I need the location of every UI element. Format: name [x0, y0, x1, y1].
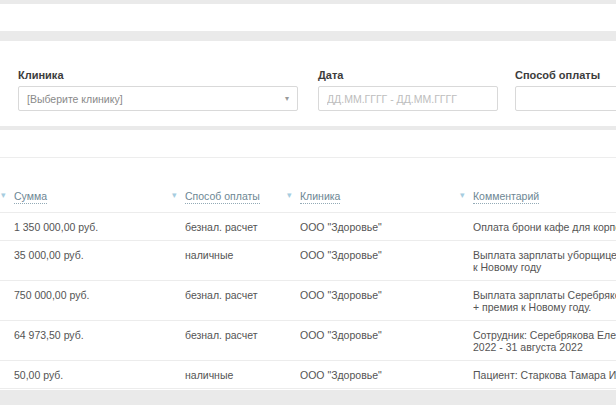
- payment-cell: безнал. расчет: [185, 321, 300, 360]
- clinic-cell-text: ООО "Здоровье": [300, 249, 473, 261]
- clinic-cell: ООО "Здоровье": [300, 241, 473, 280]
- sort-chevron-icon: ▾: [172, 190, 177, 200]
- payment-cell-text: безнал. расчет: [185, 289, 300, 301]
- table-body: 1 350 000,00 руб.безнал. расчетООО "Здор…: [0, 213, 616, 389]
- comment-cell-text: Выплата зарплаты уборщице за декабрь: [473, 249, 616, 261]
- payment-cell-text: наличные: [185, 369, 300, 381]
- clinic-cell: ООО "Здоровье": [300, 213, 473, 240]
- payment-cell-text: наличные: [185, 249, 300, 261]
- sum-cell: 50,00 руб.: [14, 361, 185, 388]
- filters-panel: Клиника [Выберите клинику] ▾ Дата Способ…: [0, 41, 616, 126]
- clinic-cell-text: ООО "Здоровье": [300, 221, 473, 233]
- comment-cell-text: Сотрудник: Серебрякова Елена Львовна: [473, 329, 616, 341]
- sum-cell: 64 973,50 руб.: [14, 321, 185, 360]
- top-bar: [0, 4, 616, 31]
- comment-cell-text: Выплата зарплаты Серебряковой Е.Л. за: [473, 289, 616, 301]
- clinic-cell: ООО "Здоровье": [300, 321, 473, 360]
- sum-cell-text: 50,00 руб.: [14, 369, 185, 381]
- payment-cell: безнал. расчет: [185, 213, 300, 240]
- clinic-select-placeholder: [Выберите клинику]: [27, 93, 279, 105]
- column-header-2[interactable]: ▾Клиника: [300, 190, 473, 202]
- payments-table-card: ▾Сумма▾Способ оплаты▾Клиника▾Комментарий…: [0, 130, 616, 390]
- payment-cell: безнал. расчет: [185, 281, 300, 320]
- comment-cell-text: + премия к Новому году.: [473, 301, 616, 313]
- clinic-cell-text: ООО "Здоровье": [300, 329, 473, 341]
- payment-cell-text: безнал. расчет: [185, 221, 300, 233]
- payment-cell: наличные: [185, 241, 300, 280]
- column-header-label: Способ оплаты: [185, 190, 260, 204]
- comment-cell-text: к Новому году: [473, 261, 616, 273]
- comment-cell: Выплата зарплаты уборщице за декабрьк Но…: [473, 241, 616, 280]
- sum-cell-text: 64 973,50 руб.: [14, 329, 185, 341]
- payment-method-input[interactable]: [515, 86, 616, 111]
- column-header-0[interactable]: ▾Сумма: [14, 190, 185, 202]
- chevron-down-icon: ▾: [285, 94, 289, 103]
- table-toolbar: [0, 130, 616, 158]
- table-header-row: ▾Сумма▾Способ оплаты▾Клиника▾Комментарий: [0, 158, 616, 213]
- clinic-cell: ООО "Здоровье": [300, 361, 473, 388]
- comment-cell: Пациент: Старкова Тамара Ивановна: [473, 361, 616, 388]
- sum-cell: 1 350 000,00 руб.: [14, 213, 185, 240]
- payment-cell: наличные: [185, 361, 300, 388]
- clinic-cell-text: ООО "Здоровье": [300, 289, 473, 301]
- sort-chevron-icon: ▾: [287, 190, 292, 200]
- column-header-label: Клиника: [300, 190, 340, 204]
- clinic-select[interactable]: [Выберите клинику] ▾: [18, 86, 298, 111]
- payment-filter-label: Способ оплаты: [515, 69, 600, 81]
- column-header-label: Сумма: [14, 190, 47, 204]
- date-filter-label: Дата: [318, 69, 343, 81]
- table-row: 35 000,00 руб.наличныеООО "Здоровье"Выпл…: [0, 241, 616, 281]
- sum-cell-text: 35 000,00 руб.: [14, 249, 185, 261]
- sort-chevron-icon: ▾: [460, 190, 465, 200]
- comment-cell-text: Пациент: Старкова Тамара Ивановна: [473, 369, 616, 381]
- sum-cell-text: 750 000,00 руб.: [14, 289, 185, 301]
- table-row: 750 000,00 руб.безнал. расчетООО "Здоров…: [0, 281, 616, 321]
- table-row: 64 973,50 руб.безнал. расчетООО "Здоровь…: [0, 321, 616, 361]
- column-header-1[interactable]: ▾Способ оплаты: [185, 190, 300, 202]
- table-row: 1 350 000,00 руб.безнал. расчетООО "Здор…: [0, 213, 616, 241]
- payment-method-filter: Способ оплаты: [515, 41, 616, 126]
- comment-cell-text: 2022 - 31 августа 2022: [473, 341, 616, 353]
- clinic-filter: Клиника [Выберите клинику] ▾: [18, 41, 298, 126]
- clinic-cell: ООО "Здоровье": [300, 281, 473, 320]
- column-header-3[interactable]: ▾Комментарий: [473, 190, 616, 202]
- date-range-input[interactable]: [318, 86, 498, 111]
- sum-cell-text: 1 350 000,00 руб.: [14, 221, 185, 233]
- comment-cell: Выплата зарплаты Серебряковой Е.Л. за+ п…: [473, 281, 616, 320]
- date-filter: Дата: [318, 41, 498, 126]
- comment-cell-text: Оплата брони кафе для корпоратива в ч: [473, 221, 616, 233]
- sort-chevron-icon: ▾: [1, 190, 6, 200]
- payment-cell-text: безнал. расчет: [185, 329, 300, 341]
- table-row: 50,00 руб.наличныеООО "Здоровье"Пациент:…: [0, 361, 616, 389]
- sum-cell: 750 000,00 руб.: [14, 281, 185, 320]
- column-header-label: Комментарий: [473, 190, 539, 204]
- comment-cell: Оплата брони кафе для корпоратива в ч: [473, 213, 616, 240]
- comment-cell: Сотрудник: Серебрякова Елена Львовна2022…: [473, 321, 616, 360]
- clinic-filter-label: Клиника: [18, 69, 64, 81]
- sum-cell: 35 000,00 руб.: [14, 241, 185, 280]
- clinic-cell-text: ООО "Здоровье": [300, 369, 473, 381]
